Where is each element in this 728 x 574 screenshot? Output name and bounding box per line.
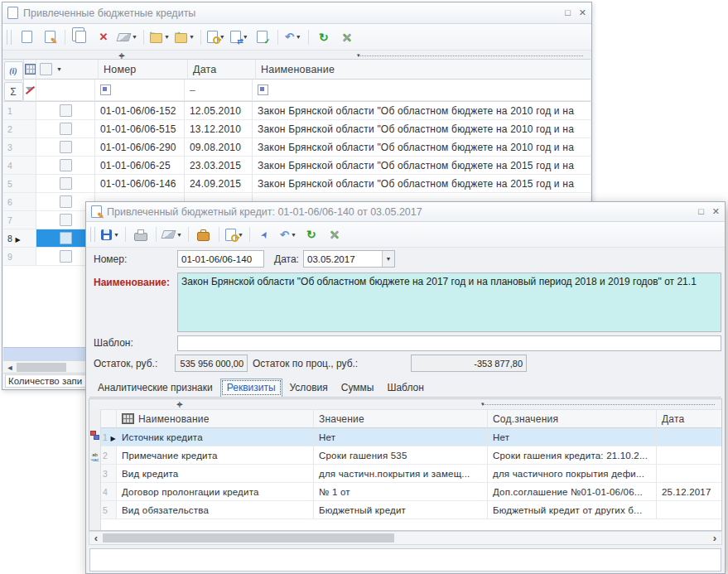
- sign-document-button[interactable]: ▼: [205, 28, 227, 46]
- tools-button[interactable]: [336, 28, 358, 46]
- cell-name[interactable]: Закон Брянской области "Об областном бюд…: [253, 138, 591, 157]
- close-icon[interactable]: ✕: [712, 207, 720, 216]
- close-icon[interactable]: ✕: [579, 8, 586, 17]
- cell-date[interactable]: 25.12.2017: [657, 483, 721, 501]
- scroll-right-icon[interactable]: ›: [708, 532, 721, 544]
- scrollbar-thumb[interactable]: [103, 533, 394, 543]
- cell-name[interactable]: Вид обязательства: [117, 501, 314, 519]
- filter-operator[interactable]: –: [190, 84, 195, 96]
- cell-number[interactable]: 01-01-06/06-515: [95, 120, 185, 138]
- column-header-name[interactable]: Наименование: [256, 60, 591, 80]
- row-checkbox[interactable]: [60, 104, 72, 117]
- scrollbar-thumb[interactable]: [17, 363, 66, 372]
- new-document-button[interactable]: [16, 28, 37, 46]
- table-row[interactable]: 3 01-01-06/06-290 09.08.2010 Закон Брянс…: [3, 138, 591, 157]
- ab-chas-icon[interactable]: [89, 452, 100, 462]
- row-checkbox[interactable]: [60, 177, 72, 190]
- row-checkbox[interactable]: [60, 250, 72, 263]
- delete-button[interactable]: ✕: [93, 28, 114, 46]
- cell-name[interactable]: Закон Брянской области "Об областном бюд…: [253, 175, 591, 193]
- cell-number[interactable]: 01-01-06/06-152: [95, 102, 185, 120]
- cell-number[interactable]: 01-01-06/06-25: [95, 157, 185, 175]
- cell-content[interactable]: для частичного покрытия дефи...: [488, 465, 657, 483]
- filter-cell-name[interactable]: [253, 80, 591, 101]
- cell-date[interactable]: 24.09.2015: [185, 175, 253, 193]
- cell-number[interactable]: 01-01-06/06-146: [95, 175, 185, 193]
- cell-name[interactable]: Закон Брянской области "Об областном бюд…: [253, 120, 591, 138]
- refresh-button[interactable]: ↻: [301, 225, 322, 244]
- save-button[interactable]: ▼: [99, 225, 121, 244]
- filter-cell-number[interactable]: [95, 80, 185, 101]
- table-row[interactable]: 5 01-01-06/06-146 24.09.2015 Закон Брянс…: [3, 175, 591, 193]
- dropdown-arrow-icon[interactable]: ▼: [176, 232, 182, 238]
- tab-usloviya[interactable]: Условия: [284, 379, 334, 397]
- pin-button[interactable]: ➤: [254, 225, 276, 244]
- cell-value[interactable]: № 1 от: [314, 483, 488, 501]
- cell-name[interactable]: Договор пролонгации кредита: [117, 483, 314, 501]
- row-checkbox[interactable]: [60, 232, 72, 244]
- refresh-button[interactable]: ↻: [313, 28, 335, 46]
- shablon-field[interactable]: [177, 335, 721, 351]
- column-header-date[interactable]: Дата: [657, 410, 721, 428]
- sum-button[interactable]: Σ: [4, 82, 23, 101]
- row-checkbox[interactable]: [60, 159, 72, 171]
- chevron-down-icon[interactable]: ▼: [382, 251, 394, 267]
- filter-condition-icon[interactable]: [100, 84, 111, 95]
- eraser-button[interactable]: ▼: [161, 225, 184, 244]
- hierarchy-icon[interactable]: [90, 431, 99, 440]
- info-button[interactable]: (i): [4, 61, 23, 80]
- tab-summy[interactable]: Суммы: [335, 379, 380, 397]
- cell-content[interactable]: Сроки гашения кредита: 21.10.2...: [488, 446, 657, 465]
- column-header-value[interactable]: Значение: [314, 410, 488, 428]
- tab-rekvizity[interactable]: Реквизиты: [220, 379, 282, 397]
- scroll-left-icon[interactable]: ◄: [3, 364, 17, 372]
- dropdown-arrow-icon[interactable]: ▼: [296, 34, 301, 40]
- row-checkbox[interactable]: [60, 195, 72, 208]
- dropdown-arrow-icon[interactable]: ▼: [164, 34, 170, 40]
- filter-cell-date[interactable]: –: [185, 80, 253, 101]
- column-header-date[interactable]: Дата: [188, 60, 256, 80]
- cell-content[interactable]: Доп.соглашение №01-01-06/06...: [488, 483, 657, 501]
- table-row[interactable]: 2 01-01-06/06-515 13.12.2010 Закон Брянс…: [3, 120, 591, 138]
- row-checkbox[interactable]: [60, 141, 72, 153]
- window2-titlebar[interactable]: ✎ Привлеченный бюджетный кредит: 01-01-0…: [86, 202, 725, 222]
- cell-date[interactable]: 12.05.2010: [185, 102, 253, 120]
- exchange-document-button[interactable]: ⇄▼: [229, 28, 250, 46]
- sign-document-button[interactable]: ▼: [224, 225, 245, 244]
- table-row[interactable]: 3 Вид кредита для частичн.покрытия и зам…: [100, 465, 721, 483]
- cell-date[interactable]: 13.12.2010: [185, 120, 253, 138]
- export-document-button[interactable]: →▼: [173, 28, 196, 46]
- eraser-button[interactable]: ▼: [116, 28, 139, 46]
- select-all-checkbox[interactable]: [40, 63, 52, 75]
- dropdown-arrow-icon[interactable]: ▼: [132, 34, 137, 40]
- cell-date[interactable]: [657, 446, 721, 465]
- cell-name[interactable]: Примечание кредита: [117, 446, 314, 465]
- import-document-button[interactable]: ←▼: [148, 28, 171, 46]
- table-row[interactable]: 4 01-01-06/06-25 23.03.2015 Закон Брянск…: [3, 157, 591, 175]
- maximize-icon[interactable]: □: [698, 207, 704, 216]
- dropdown-arrow-icon[interactable]: ▼: [56, 66, 62, 72]
- print-button[interactable]: [130, 225, 152, 244]
- cell-number[interactable]: 01-01-06/06-290: [95, 138, 185, 157]
- copy-document-button[interactable]: [70, 28, 91, 46]
- edit-document-button[interactable]: ✎: [39, 28, 60, 46]
- window1-titlebar[interactable]: Привлеченные бюджетные кредиты □ ✕: [2, 2, 591, 24]
- column-header-content[interactable]: Сод.значения: [488, 410, 657, 428]
- tools-button[interactable]: [324, 225, 345, 244]
- cell-value[interactable]: для частичн.покрытия и замещ...: [314, 465, 488, 483]
- naimenovanie-field[interactable]: Закон Брянской области "Об областном бюд…: [177, 273, 721, 332]
- filter-condition-icon[interactable]: [258, 84, 268, 95]
- horizontal-scrollbar[interactable]: ‹ ›: [89, 531, 722, 545]
- cell-content[interactable]: Нет: [488, 428, 657, 446]
- cell-date[interactable]: [657, 428, 721, 446]
- cell-date[interactable]: [657, 501, 721, 519]
- table-row-selected[interactable]: 1 Источник кредита Нет Нет: [100, 428, 721, 446]
- table-row[interactable]: 2 Примечание кредита Сроки гашения 535 С…: [100, 446, 721, 465]
- maximize-icon[interactable]: □: [565, 8, 571, 17]
- dropdown-arrow-icon[interactable]: ▼: [113, 232, 119, 238]
- cell-name[interactable]: Вид кредита: [117, 465, 314, 483]
- briefcase-button[interactable]: [193, 225, 215, 244]
- select-all-header[interactable]: ▼: [36, 60, 99, 80]
- cell-name[interactable]: Закон Брянской области "Об областном бюд…: [253, 102, 591, 120]
- filter-cell[interactable]: [36, 80, 95, 101]
